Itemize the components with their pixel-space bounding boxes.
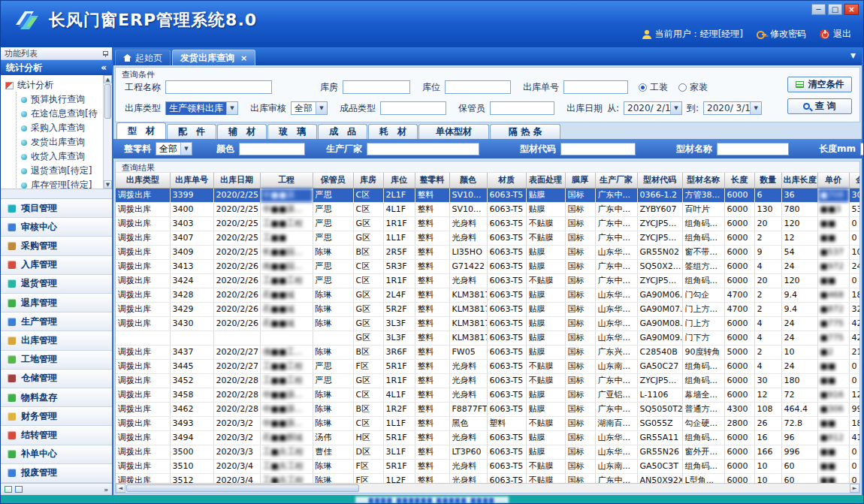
- sidebar-splitter[interactable]: [1, 189, 112, 198]
- project-name-input[interactable]: [165, 80, 272, 94]
- column-header[interactable]: 出库类型: [116, 173, 170, 188]
- table-row[interactable]: 调拨出库34582020/2/28华■■源...陈琳C区4L1F整料光身料606…: [116, 388, 859, 402]
- pin-icon[interactable]: [103, 51, 108, 56]
- sidebar-item-物料盘存[interactable]: 物料盘存: [1, 388, 112, 407]
- column-header[interactable]: 单价: [817, 173, 849, 188]
- column-header[interactable]: 保管员: [313, 173, 353, 188]
- audit-combo[interactable]: 全部 ▼: [291, 101, 328, 115]
- sidebar-item-采购管理[interactable]: 采购管理: [1, 237, 112, 255]
- logout-button[interactable]: 退出: [820, 28, 851, 41]
- table-row[interactable]: 调拨出库34282020/2/26石■■城陈琳G区2L4F整料KLM381760…: [116, 288, 859, 302]
- table-row[interactable]: 调拨出库34932020/3/2华■■源...陈琳C区1L1F整料黑色塑料不贴膜…: [116, 416, 859, 430]
- collapse-icon[interactable]: «: [101, 62, 107, 73]
- keeper-input[interactable]: [490, 101, 554, 115]
- date-from-picker[interactable]: 2020/ 2/16 ▼: [624, 101, 682, 115]
- sidebar-item-补单中心[interactable]: 补单中心: [1, 445, 112, 464]
- material-tab[interactable]: 耗 材: [368, 124, 418, 139]
- tree-item[interactable]: 收货入库查询: [17, 149, 101, 164]
- location-input[interactable]: [445, 80, 511, 94]
- search-button[interactable]: 查 询: [787, 98, 852, 114]
- tree-scrollbar[interactable]: ▲ ▼: [103, 75, 112, 189]
- material-tab[interactable]: 成 品: [318, 124, 367, 139]
- column-header[interactable]: 长度: [724, 173, 754, 188]
- column-header[interactable]: 膜厚: [565, 173, 595, 188]
- table-row[interactable]: 调拨出库35102020/3/4工■共工程陈琳F区5R1F整料光身料6063-T…: [116, 459, 859, 473]
- sidebar-item-生产管理[interactable]: 生产管理: [1, 312, 112, 331]
- table-row[interactable]: 调拨出库34002020/2/25华■■源...严思C区4L1F整料SV10..…: [116, 202, 859, 216]
- more-buttons-icon[interactable]: »: [104, 486, 108, 493]
- sidebar-item-项目管理[interactable]: 项目管理: [1, 199, 112, 218]
- column-header[interactable]: 数量: [754, 173, 781, 188]
- maximize-button[interactable]: □: [828, 4, 842, 15]
- hscroll-thumb[interactable]: [126, 484, 359, 492]
- close-button[interactable]: ×: [844, 4, 859, 15]
- column-header[interactable]: 表面处理: [526, 173, 565, 188]
- tree-item[interactable]: 采购入库查询: [17, 121, 101, 135]
- table-row[interactable]: 调拨出库34032020/2/25工■■工程严思G区1R1F整料光身料6063-…: [116, 216, 859, 231]
- tree-item[interactable]: 在途信息查询[待: [17, 107, 101, 121]
- table-row[interactable]: 调拨出库34622020/2/28华■■源...陈琳B区1R2F整料F8877F…: [116, 402, 859, 416]
- profile-code-input[interactable]: [560, 143, 636, 155]
- column-header[interactable]: 金额: [849, 173, 859, 188]
- sidebar-item-工地管理[interactable]: 工地管理: [1, 351, 112, 370]
- sidebar-item-财务管理[interactable]: 财务管理: [1, 407, 112, 426]
- profile-name-input[interactable]: [717, 143, 789, 155]
- scroll-up-icon[interactable]: ▲: [104, 75, 112, 83]
- table-row[interactable]: 调拨出库35002020/3/3工■共工程曹佳D区3L1F整料LT3P60606…: [116, 445, 859, 459]
- column-header[interactable]: 出库日期: [213, 173, 260, 188]
- scroll-right-icon[interactable]: ►: [850, 484, 859, 493]
- table-row[interactable]: 调拨出库34372020/2/27佛■■工...陈琳B区3R6F整料FW0560…: [116, 345, 859, 359]
- sidebar-item-报废管理[interactable]: 报废管理: [1, 464, 112, 483]
- material-tab[interactable]: 隔 热 条: [490, 124, 560, 139]
- shortcut-grid-icon[interactable]: [5, 486, 12, 493]
- column-header[interactable]: 生产厂家: [595, 173, 637, 188]
- sidebar-item-退库管理[interactable]: 退库管理: [1, 294, 112, 312]
- column-header[interactable]: 颜色: [449, 173, 487, 188]
- table-row[interactable]: 调拨出库34302020/2/26石■■城陈琳G区3L3F整料KLM381760…: [116, 316, 859, 330]
- tab-close-icon[interactable]: ×: [240, 53, 247, 63]
- horizontal-scrollbar[interactable]: ◄ ►: [116, 483, 859, 493]
- tree-item[interactable]: 发货出库查询: [17, 135, 101, 149]
- radio-jiazhuang[interactable]: 家装: [678, 81, 708, 94]
- scroll-thumb[interactable]: [104, 84, 111, 119]
- material-tab[interactable]: 配 件: [167, 124, 216, 139]
- table-row[interactable]: 调拨出库34292020/2/26石■■城陈琳G区5R2F整料KLM381760…: [116, 302, 859, 316]
- tree-item[interactable]: 预算执行查询: [17, 92, 101, 107]
- order-no-input[interactable]: [563, 80, 628, 94]
- manufacturer-input[interactable]: [367, 143, 479, 155]
- table-row[interactable]: 调拨出库34942020/3/2石■■辉城汤伟H区5R1F整料光身料6063-T…: [116, 430, 859, 445]
- tab-overflow-icon[interactable]: ▼: [850, 52, 856, 59]
- sidebar-item-审核中心[interactable]: 审核中心: [1, 218, 112, 237]
- column-header[interactable]: 材质: [487, 173, 526, 188]
- table-row[interactable]: 调拨出库35122020/3/4工■共工程陈琳F区1L2F整料光身料6063-T…: [116, 473, 859, 483]
- chevron-down-icon[interactable]: ▼: [670, 102, 681, 114]
- tab-home[interactable]: 起始页: [115, 50, 171, 65]
- material-tab[interactable]: 型 材: [116, 122, 166, 139]
- clear-conditions-button[interactable]: 清空条件: [787, 77, 852, 92]
- product-type-input[interactable]: [380, 101, 446, 115]
- tree-item[interactable]: 退货查询[待定]: [17, 164, 101, 178]
- chevron-down-icon[interactable]: ▼: [316, 102, 327, 114]
- table-row[interactable]: 调拨出库34132020/2/26南■■园...严思C区5R3F整料G71422…: [116, 259, 859, 273]
- table-row[interactable]: 调拨出库33992020/2/25华■■源严思C区2L1F整料SV10...60…: [116, 188, 859, 202]
- table-row[interactable]: 调拨出库34092020/2/25长■■园...陈琳B区2R5F整料LI35HO…: [116, 245, 859, 259]
- column-header[interactable]: 整零料: [415, 173, 449, 188]
- material-tab[interactable]: 辅 材: [217, 124, 267, 139]
- stats-section-header[interactable]: 统计分析 «: [1, 60, 112, 75]
- table-row[interactable]: G区3L3F整料KLM38176063-T5贴膜国标山东华...GA90M09.…: [116, 330, 859, 345]
- date-to-picker[interactable]: 2020/ 3/16 ▼: [703, 101, 762, 115]
- column-header[interactable]: 出库单号: [170, 173, 213, 188]
- table-row[interactable]: 调拨出库34242020/2/26工■■工程严思C区1R1F整料光身料6063-…: [116, 273, 859, 288]
- color-input[interactable]: [239, 143, 305, 155]
- sidebar-item-仓储管理[interactable]: 仓储管理: [1, 370, 112, 388]
- tree-item[interactable]: 库存管理[待定]: [17, 178, 101, 189]
- length-min-input[interactable]: [860, 143, 864, 155]
- warehouse-input[interactable]: [343, 80, 410, 94]
- minimize-button[interactable]: ─: [811, 4, 826, 15]
- tree-root[interactable]: 统计分析: [5, 78, 101, 92]
- chevron-down-icon[interactable]: ▼: [180, 143, 192, 155]
- sidebar-item-出库管理[interactable]: 出库管理: [1, 331, 112, 350]
- column-header[interactable]: 型材名称: [682, 173, 724, 188]
- computer-icon[interactable]: [15, 486, 23, 493]
- material-tab[interactable]: 单体型材: [418, 124, 489, 139]
